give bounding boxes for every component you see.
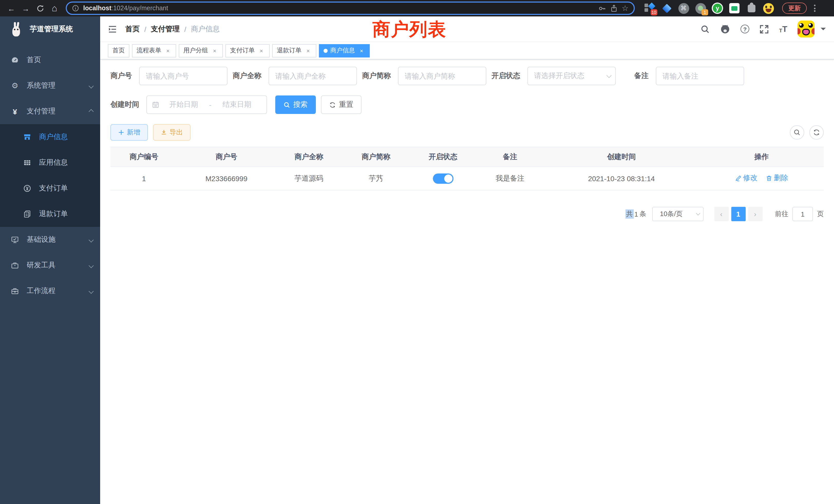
col-short-name: 商户简称 (343, 147, 410, 166)
page-1-button[interactable]: 1 (731, 207, 745, 221)
merchant-no-input[interactable] (139, 67, 227, 85)
date-range-picker[interactable]: 开始日期 - 结束日期 (146, 95, 267, 114)
bookmark-star-icon[interactable]: ☆ (622, 4, 629, 13)
sidebar-item-infrastructure[interactable]: 基础设施 (0, 227, 100, 253)
logo[interactable]: 芋道管理系统 (0, 17, 100, 42)
breadcrumb: 首页 / 支付管理 / 商户信息 (125, 24, 220, 33)
close-icon[interactable]: × (258, 47, 265, 54)
status-select[interactable]: 请选择开启状态 (527, 67, 616, 85)
col-full-name: 商户全称 (275, 147, 342, 166)
browser-reload-icon[interactable] (34, 2, 46, 14)
extension-chat-icon[interactable] (729, 3, 740, 14)
sidebar-item-pay-order[interactable]: 支付订单 (0, 176, 100, 201)
tab-home[interactable]: 首页 (108, 44, 129, 57)
sidebar-item-payment[interactable]: ¥ 支付管理 (0, 98, 100, 124)
sidebar-item-label: 支付订单 (39, 184, 68, 193)
export-button[interactable]: 导出 (153, 124, 191, 141)
extension-grid-icon[interactable]: 10 (644, 3, 655, 14)
status-toggle[interactable] (433, 173, 453, 183)
extensions-puzzle-icon[interactable] (746, 3, 757, 14)
chevron-down-icon (89, 289, 94, 294)
full-name-input[interactable] (269, 67, 357, 85)
sidebar-item-dev-tools[interactable]: 研发工具 (0, 253, 100, 278)
tab-process-form[interactable]: 流程表单 × (132, 44, 176, 57)
address-bar[interactable]: localhost :1024/pay/merchant ☆ (66, 2, 635, 15)
tab-pay-order[interactable]: 支付订单 × (225, 44, 270, 57)
browser-home-icon[interactable]: ⌂ (48, 2, 61, 14)
browser-forward-icon[interactable]: → (20, 2, 32, 14)
tab-user-group[interactable]: 用户分组 × (179, 44, 223, 57)
pagination: 共 1 条 10条/页 ‹ 1 › 前往 页 (110, 207, 824, 221)
close-icon[interactable]: × (164, 47, 172, 54)
dashboard-icon (10, 56, 20, 64)
filter-merchant-no: 商户号 (110, 67, 227, 85)
tags-view: 首页 流程表单 × 用户分组 × 支付订单 × 退款订单 × (100, 42, 834, 60)
table-toolbar: 新增 导出 (110, 124, 824, 141)
total-prefix: 共 (626, 209, 634, 219)
extension-recorder-icon[interactable]: 1 (695, 3, 706, 14)
sidebar-item-refund-order[interactable]: 退款订单 (0, 201, 100, 227)
tab-label: 首页 (112, 46, 125, 55)
github-icon[interactable] (720, 24, 730, 34)
fullscreen-icon[interactable] (760, 24, 769, 33)
short-name-input[interactable] (398, 67, 486, 85)
sidebar-item-label: 基础设施 (27, 235, 56, 244)
refresh-table-icon[interactable] (809, 125, 824, 140)
extension-yuque-icon[interactable]: y (712, 3, 723, 14)
sidebar-item-home[interactable]: 首页 (0, 47, 100, 73)
reset-button[interactable]: 重置 (321, 95, 361, 114)
show-search-icon[interactable] (790, 125, 804, 140)
browser-menu-icon[interactable] (811, 3, 818, 13)
extension-command-icon[interactable]: ⌘ (678, 3, 689, 14)
search-icon (284, 101, 290, 108)
sidebar-fold-icon[interactable] (108, 25, 117, 33)
filter-row-2: 创建时间 开始日期 - 结束日期 (110, 95, 824, 114)
share-icon[interactable] (610, 4, 617, 12)
sidebar-item-workflow[interactable]: 工作流程 (0, 278, 100, 304)
breadcrumb-home[interactable]: 首页 (125, 24, 140, 33)
close-icon[interactable]: × (211, 47, 218, 54)
site-info-icon[interactable] (72, 5, 79, 12)
breadcrumb-payment[interactable]: 支付管理 (151, 24, 180, 33)
next-page-button[interactable]: › (748, 207, 762, 221)
page-size-select[interactable]: 10条/页 (652, 207, 704, 221)
tab-label: 商户信息 (330, 46, 355, 55)
password-key-icon[interactable] (598, 4, 606, 12)
delete-link[interactable]: 删除 (766, 174, 788, 183)
add-button[interactable]: 新增 (110, 124, 148, 141)
profile-emoji-avatar[interactable] (763, 3, 774, 14)
filter-full-name: 商户全称 (233, 67, 357, 85)
sidebar-item-label: 研发工具 (27, 261, 56, 270)
chevron-down-icon (89, 237, 94, 242)
chevron-down-icon (696, 211, 700, 215)
sidebar-item-merchant-info[interactable]: 商户信息 (0, 124, 100, 150)
goto-label: 前往 (775, 209, 788, 219)
user-avatar[interactable] (797, 21, 814, 38)
edit-link[interactable]: 修改 (735, 174, 758, 183)
browser-update-button[interactable]: 更新 (782, 3, 807, 14)
total-suffix: 条 (639, 209, 647, 219)
plus-icon (118, 129, 124, 136)
close-icon[interactable]: × (305, 47, 312, 54)
avatar-caret-icon[interactable] (821, 28, 826, 33)
extension-gem-icon[interactable] (661, 3, 672, 14)
filter-short-name: 商户简称 (362, 67, 486, 85)
font-size-icon[interactable]: TT (779, 25, 787, 33)
sidebar-item-app-info[interactable]: 应用信息 (0, 150, 100, 176)
url-path: :1024/pay/merchant (111, 5, 168, 12)
sidebar-item-system[interactable]: ⚙ 系统管理 (0, 73, 100, 98)
goto-page-input[interactable] (792, 207, 813, 221)
remark-input[interactable] (656, 67, 744, 85)
search-button[interactable]: 搜索 (275, 95, 316, 114)
tab-label: 用户分组 (183, 46, 208, 55)
logo-avatar (8, 22, 24, 37)
help-icon[interactable]: ? (741, 25, 749, 33)
app-title: 芋道管理系统 (30, 25, 73, 34)
browser-back-icon[interactable]: ← (5, 2, 18, 14)
tab-refund-order[interactable]: 退款订单 × (272, 44, 316, 57)
search-icon[interactable] (701, 24, 710, 33)
tab-merchant-info[interactable]: 商户信息 × (319, 44, 370, 57)
prev-page-button[interactable]: ‹ (714, 207, 728, 221)
close-icon[interactable]: × (358, 47, 365, 54)
tab-label: 流程表单 (137, 46, 161, 55)
